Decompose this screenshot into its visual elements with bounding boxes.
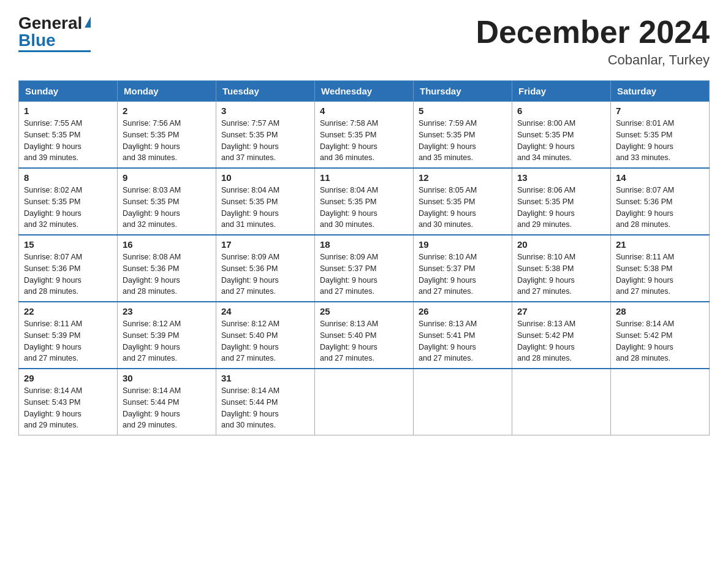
table-row: 10 Sunrise: 8:04 AM Sunset: 5:35 PM Dayl… (216, 168, 315, 235)
day-info: Sunrise: 8:00 AM Sunset: 5:35 PM Dayligh… (517, 118, 605, 164)
header-saturday: Saturday (611, 81, 710, 102)
day-number: 19 (419, 239, 507, 250)
day-info: Sunrise: 8:07 AM Sunset: 5:36 PM Dayligh… (616, 185, 704, 231)
day-info: Sunrise: 8:07 AM Sunset: 5:36 PM Dayligh… (24, 251, 112, 297)
day-number: 7 (616, 105, 704, 116)
table-row: 1 Sunrise: 7:55 AM Sunset: 5:35 PM Dayli… (19, 102, 118, 169)
day-info: Sunrise: 8:10 AM Sunset: 5:37 PM Dayligh… (419, 251, 507, 297)
day-number: 23 (123, 306, 211, 316)
day-number: 29 (24, 373, 112, 383)
table-row: 27 Sunrise: 8:13 AM Sunset: 5:42 PM Dayl… (512, 302, 611, 369)
day-number: 4 (320, 105, 408, 116)
table-row: 2 Sunrise: 7:56 AM Sunset: 5:35 PM Dayli… (118, 102, 216, 169)
day-info: Sunrise: 8:04 AM Sunset: 5:35 PM Dayligh… (320, 185, 408, 231)
day-number: 27 (517, 306, 605, 316)
day-info: Sunrise: 8:09 AM Sunset: 5:36 PM Dayligh… (221, 251, 309, 297)
header-wednesday: Wednesday (315, 81, 414, 102)
day-number: 9 (123, 172, 211, 183)
day-number: 15 (24, 239, 112, 250)
table-row: 21 Sunrise: 8:11 AM Sunset: 5:38 PM Dayl… (611, 235, 710, 302)
table-row: 15 Sunrise: 8:07 AM Sunset: 5:36 PM Dayl… (19, 235, 118, 302)
day-number: 20 (517, 239, 605, 250)
table-row: 29 Sunrise: 8:14 AM Sunset: 5:43 PM Dayl… (19, 369, 118, 435)
day-info: Sunrise: 8:12 AM Sunset: 5:40 PM Dayligh… (221, 318, 309, 364)
day-number: 31 (221, 373, 309, 383)
header-tuesday: Tuesday (216, 81, 315, 102)
calendar-week-row: 29 Sunrise: 8:14 AM Sunset: 5:43 PM Dayl… (19, 369, 710, 435)
table-row: 23 Sunrise: 8:12 AM Sunset: 5:39 PM Dayl… (118, 302, 216, 369)
day-number: 6 (517, 105, 605, 116)
day-info: Sunrise: 8:13 AM Sunset: 5:41 PM Dayligh… (419, 318, 507, 364)
day-info: Sunrise: 8:08 AM Sunset: 5:36 PM Dayligh… (123, 251, 211, 297)
logo-general: General (18, 15, 82, 32)
table-row: 17 Sunrise: 8:09 AM Sunset: 5:36 PM Dayl… (216, 235, 315, 302)
day-info: Sunrise: 8:14 AM Sunset: 5:43 PM Dayligh… (24, 385, 112, 431)
table-row: 8 Sunrise: 8:02 AM Sunset: 5:35 PM Dayli… (19, 168, 118, 235)
calendar-table: Sunday Monday Tuesday Wednesday Thursday… (18, 80, 710, 435)
table-row (611, 369, 710, 435)
title-section: December 2024 Cobanlar, Turkey (476, 15, 710, 68)
header-friday: Friday (512, 81, 611, 102)
day-number: 8 (24, 172, 112, 183)
table-row: 14 Sunrise: 8:07 AM Sunset: 5:36 PM Dayl… (611, 168, 710, 235)
table-row: 30 Sunrise: 8:14 AM Sunset: 5:44 PM Dayl… (118, 369, 216, 435)
day-number: 28 (616, 306, 704, 316)
calendar-week-row: 1 Sunrise: 7:55 AM Sunset: 5:35 PM Dayli… (19, 102, 710, 169)
day-number: 5 (419, 105, 507, 116)
table-row (315, 369, 414, 435)
day-info: Sunrise: 8:02 AM Sunset: 5:35 PM Dayligh… (24, 185, 112, 231)
table-row: 19 Sunrise: 8:10 AM Sunset: 5:37 PM Dayl… (414, 235, 512, 302)
logo-underline (18, 50, 91, 52)
table-row (512, 369, 611, 435)
day-number: 2 (123, 105, 211, 116)
day-info: Sunrise: 8:13 AM Sunset: 5:40 PM Dayligh… (320, 318, 408, 364)
day-number: 16 (123, 239, 211, 250)
day-info: Sunrise: 8:13 AM Sunset: 5:42 PM Dayligh… (517, 318, 605, 364)
table-row: 16 Sunrise: 8:08 AM Sunset: 5:36 PM Dayl… (118, 235, 216, 302)
table-row: 20 Sunrise: 8:10 AM Sunset: 5:38 PM Dayl… (512, 235, 611, 302)
day-info: Sunrise: 8:10 AM Sunset: 5:38 PM Dayligh… (517, 251, 605, 297)
day-number: 13 (517, 172, 605, 183)
table-row: 9 Sunrise: 8:03 AM Sunset: 5:35 PM Dayli… (118, 168, 216, 235)
day-info: Sunrise: 8:05 AM Sunset: 5:35 PM Dayligh… (419, 185, 507, 231)
day-number: 24 (221, 306, 309, 316)
table-row: 13 Sunrise: 8:06 AM Sunset: 5:35 PM Dayl… (512, 168, 611, 235)
table-row: 6 Sunrise: 8:00 AM Sunset: 5:35 PM Dayli… (512, 102, 611, 169)
weekday-header-row: Sunday Monday Tuesday Wednesday Thursday… (19, 81, 710, 102)
day-info: Sunrise: 7:56 AM Sunset: 5:35 PM Dayligh… (123, 118, 211, 164)
table-row: 25 Sunrise: 8:13 AM Sunset: 5:40 PM Dayl… (315, 302, 414, 369)
day-number: 18 (320, 239, 408, 250)
table-row: 24 Sunrise: 8:12 AM Sunset: 5:40 PM Dayl… (216, 302, 315, 369)
day-info: Sunrise: 8:09 AM Sunset: 5:37 PM Dayligh… (320, 251, 408, 297)
location-title: Cobanlar, Turkey (476, 52, 710, 68)
day-info: Sunrise: 7:57 AM Sunset: 5:35 PM Dayligh… (221, 118, 309, 164)
day-info: Sunrise: 8:06 AM Sunset: 5:35 PM Dayligh… (517, 185, 605, 231)
day-number: 21 (616, 239, 704, 250)
day-info: Sunrise: 8:14 AM Sunset: 5:44 PM Dayligh… (221, 385, 309, 431)
day-number: 12 (419, 172, 507, 183)
table-row: 18 Sunrise: 8:09 AM Sunset: 5:37 PM Dayl… (315, 235, 414, 302)
table-row: 7 Sunrise: 8:01 AM Sunset: 5:35 PM Dayli… (611, 102, 710, 169)
day-info: Sunrise: 8:04 AM Sunset: 5:35 PM Dayligh… (221, 185, 309, 231)
day-number: 22 (24, 306, 112, 316)
logo-triangle-icon (85, 17, 91, 28)
table-row: 28 Sunrise: 8:14 AM Sunset: 5:42 PM Dayl… (611, 302, 710, 369)
day-number: 14 (616, 172, 704, 183)
table-row: 5 Sunrise: 7:59 AM Sunset: 5:35 PM Dayli… (414, 102, 512, 169)
day-number: 26 (419, 306, 507, 316)
day-number: 17 (221, 239, 309, 250)
logo-blue: Blue (18, 32, 56, 49)
table-row: 12 Sunrise: 8:05 AM Sunset: 5:35 PM Dayl… (414, 168, 512, 235)
header-sunday: Sunday (19, 81, 118, 102)
page-header: General Blue December 2024 Cobanlar, Tur… (18, 15, 710, 68)
table-row: 26 Sunrise: 8:13 AM Sunset: 5:41 PM Dayl… (414, 302, 512, 369)
table-row: 22 Sunrise: 8:11 AM Sunset: 5:39 PM Dayl… (19, 302, 118, 369)
calendar-week-row: 8 Sunrise: 8:02 AM Sunset: 5:35 PM Dayli… (19, 168, 710, 235)
table-row: 31 Sunrise: 8:14 AM Sunset: 5:44 PM Dayl… (216, 369, 315, 435)
day-info: Sunrise: 8:12 AM Sunset: 5:39 PM Dayligh… (123, 318, 211, 364)
table-row: 3 Sunrise: 7:57 AM Sunset: 5:35 PM Dayli… (216, 102, 315, 169)
day-number: 25 (320, 306, 408, 316)
day-info: Sunrise: 7:58 AM Sunset: 5:35 PM Dayligh… (320, 118, 408, 164)
day-number: 30 (123, 373, 211, 383)
day-info: Sunrise: 8:11 AM Sunset: 5:39 PM Dayligh… (24, 318, 112, 364)
